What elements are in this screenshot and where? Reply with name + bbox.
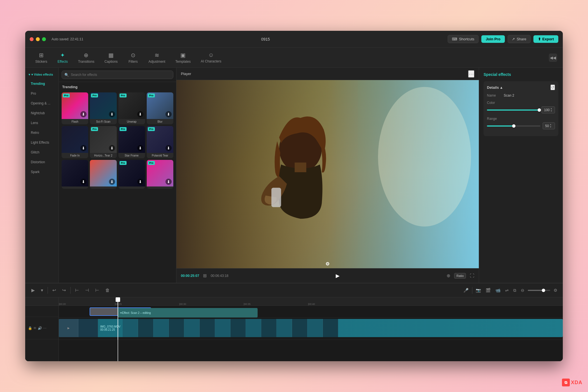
color-slider-track[interactable]: [487, 109, 539, 111]
split-right-button[interactable]: ⊢: [94, 286, 101, 294]
effect-clip-label: ✦: [120, 311, 122, 314]
arrow-up: ▲: [550, 108, 552, 110]
effect-clip[interactable]: ✦ Effect: Scan 2 – editing: [118, 308, 258, 318]
pro-badge: Pro: [148, 161, 155, 165]
film-frame: [230, 319, 246, 337]
export-button[interactable]: ⬆ Export: [533, 35, 558, 43]
range-arrows[interactable]: ▲ ▼: [549, 123, 552, 128]
effects-icon: ✦: [60, 52, 65, 59]
minimize-button[interactable]: [36, 37, 40, 41]
effect-card-person[interactable]: ⬇: [90, 160, 116, 189]
playhead[interactable]: [118, 297, 118, 305]
ratio-button[interactable]: Ratio: [454, 273, 466, 279]
share-button[interactable]: ↗ Share: [508, 35, 531, 43]
ruler-mark-35: |00:35: [244, 303, 251, 305]
redo-button[interactable]: ↪: [60, 286, 67, 294]
toolbar-effects[interactable]: ✦ Effects: [53, 50, 73, 66]
playhead-handle[interactable]: [116, 297, 120, 302]
add-media-button[interactable]: 📷: [475, 287, 482, 294]
effect-thumb-polaroid: Pro ⬇: [147, 126, 173, 153]
video-svg: [176, 80, 479, 268]
toolbar-captions[interactable]: ▦ Captions: [100, 50, 122, 66]
lock-button[interactable]: 🔒: [28, 326, 32, 330]
effects-grid: Pro ⬇ Flash Pro ⬇ Sci-Fi Scan: [59, 91, 176, 190]
video-effects-header[interactable]: ▾ ▾ Video effects: [25, 71, 59, 79]
audio-button[interactable]: 🔊: [38, 326, 42, 330]
more-button[interactable]: ⋯: [43, 326, 46, 330]
effect-card-city[interactable]: ⬇: [62, 160, 88, 189]
microphone-button[interactable]: 🎤: [462, 287, 470, 294]
close-button[interactable]: [30, 37, 34, 41]
effect-card-horizon[interactable]: Pro ⬇ Horizo...Tear 2: [90, 126, 116, 158]
toolbar-stickers[interactable]: ⊞ Stickers: [31, 50, 52, 66]
keyboard-icon: ⌨: [452, 37, 457, 41]
toolbar-filters[interactable]: ⊙ Filters: [123, 50, 143, 66]
range-slider-fill: [487, 125, 514, 127]
effect-card-starframe[interactable]: Pro ⬇ Star Frame: [118, 126, 145, 158]
effect-name-dark: [118, 186, 145, 189]
player-menu-button[interactable]: ⋯: [468, 70, 474, 78]
category-nightclub[interactable]: Nightclub: [27, 108, 57, 118]
range-value-box: 50 ▲ ▼: [543, 122, 555, 129]
category-distortion[interactable]: Distortion: [27, 157, 57, 167]
chevron-down-icon: ▾: [29, 73, 30, 76]
effect-card-fadein[interactable]: ⬇ Fade In: [62, 126, 88, 158]
toolbar-ai-characters[interactable]: ☺ AI Characters: [196, 50, 226, 66]
zoom-out-button[interactable]: ⊖: [520, 287, 526, 294]
select-tool-button[interactable]: ▶: [30, 286, 36, 294]
add-video-button[interactable]: 🎬: [484, 287, 492, 294]
zoom-slider[interactable]: [528, 290, 550, 291]
pro-badge: Pro: [148, 127, 155, 131]
toolbar-separator-2: [70, 287, 71, 294]
undo-button[interactable]: ↩: [51, 286, 58, 294]
color-arrows[interactable]: ▲ ▼: [550, 108, 552, 112]
effect-card-blur[interactable]: Pro ⬇ Blur: [147, 92, 173, 124]
category-pro[interactable]: Pro: [27, 89, 57, 98]
filters-icon: ⊙: [131, 52, 136, 59]
film-frame: [184, 319, 200, 337]
target-icon-button[interactable]: ⊕: [447, 273, 450, 278]
search-input[interactable]: [62, 71, 173, 79]
effect-name-unwrap: Unwrap: [118, 119, 145, 124]
pip-button[interactable]: ⧉: [512, 287, 517, 294]
category-lens[interactable]: Lens: [27, 118, 57, 128]
download-icon: ⬇: [137, 111, 143, 117]
join-pro-button[interactable]: Join Pro: [481, 35, 505, 43]
category-trending[interactable]: Trending: [27, 79, 57, 88]
add-clip-button[interactable]: 📹: [494, 287, 502, 294]
settings-button[interactable]: ⚙: [552, 287, 558, 294]
adjustment-icon: ≋: [155, 52, 159, 59]
refresh-button[interactable]: ↺: [550, 85, 555, 90]
effect-card-unwrap[interactable]: Pro ⬇ Unwrap: [118, 92, 145, 124]
category-light-effects[interactable]: Light Effects: [27, 138, 57, 147]
toolbar-transitions[interactable]: ⊕ Transitions: [74, 50, 99, 66]
player-area: Player ⋯: [176, 68, 479, 283]
category-opening[interactable]: Opening & ...: [27, 99, 57, 108]
delete-button[interactable]: 🗑: [104, 287, 111, 294]
frame-list-button[interactable]: ⊞: [203, 273, 207, 278]
transition-button[interactable]: ⇌: [504, 287, 510, 294]
range-slider-track[interactable]: [487, 125, 540, 127]
toolbar-adjustment[interactable]: ≋ Adjustment: [144, 50, 170, 66]
play-button[interactable]: ▶: [333, 271, 342, 280]
select-dropdown-button[interactable]: ▾: [39, 286, 45, 294]
effect-card-pink[interactable]: Pro ⬇: [147, 160, 173, 189]
category-glitch[interactable]: Glitch: [27, 148, 57, 157]
effect-card-dark[interactable]: Pro ⬇: [118, 160, 145, 189]
split-button[interactable]: ⊢: [73, 286, 81, 294]
category-spark[interactable]: Spark: [27, 167, 57, 177]
color-slider-fill: [487, 109, 539, 111]
fullscreen-button[interactable]: ⛶: [470, 273, 474, 278]
effect-card-flash[interactable]: Pro ⬇ Flash: [62, 92, 88, 124]
maximize-button[interactable]: [42, 37, 46, 41]
toolbar-templates[interactable]: ▣ Templates: [171, 50, 195, 66]
split-left-button[interactable]: ⊣: [83, 286, 91, 294]
category-retro[interactable]: Retro: [27, 128, 57, 137]
collapse-panel-button[interactable]: ◀◀: [549, 53, 557, 62]
shortcuts-button[interactable]: ⌨ Shortcuts: [448, 35, 479, 43]
visibility-button[interactable]: 👁: [33, 326, 37, 330]
video-track-clip[interactable]: ▶ IMG_0760.MOV 00:06:21:25: [59, 319, 563, 337]
effect-card-polaroid[interactable]: Pro ⬇ Polarold Tear: [147, 126, 173, 158]
effect-card-scifi[interactable]: Pro ⬇ Sci-Fi Scan: [90, 92, 116, 124]
toolbar: ⊞ Stickers ✦ Effects ⊕ Transitions ▦ Cap…: [25, 48, 563, 68]
